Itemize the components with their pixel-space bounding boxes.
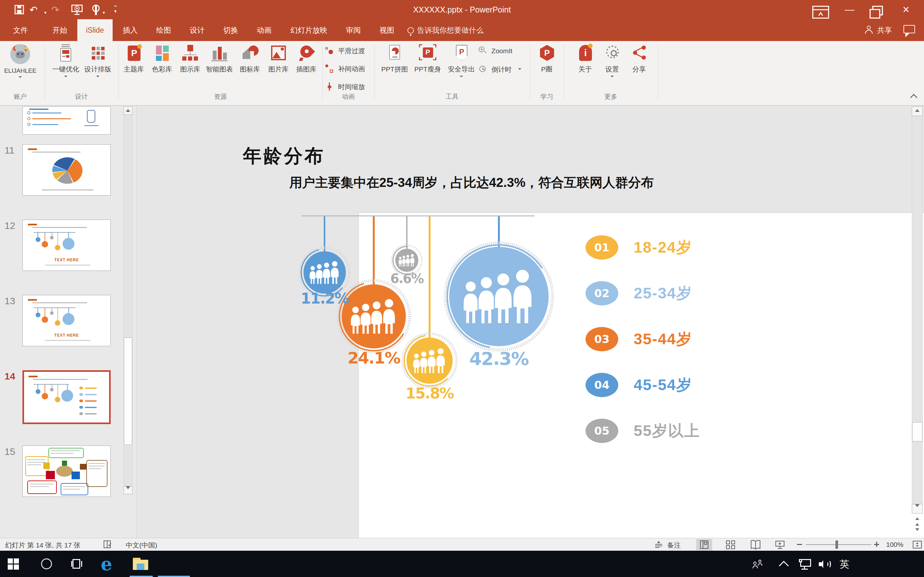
account-button[interactable]: ELIJAHLEE (4, 44, 36, 79)
zoomit-button[interactable]: + ZoomIt (479, 45, 512, 56)
slide-title[interactable]: 年龄分布 (243, 143, 325, 169)
smooth-transition-icon (325, 47, 334, 55)
share-button-ribbon[interactable]: 分享 (623, 44, 655, 74)
canvas-scrollbar[interactable] (912, 106, 923, 514)
canvas-scroll-down-icon[interactable] (912, 504, 923, 514)
canvas-scrollbar-thumb[interactable] (912, 422, 922, 442)
tab-insert[interactable]: 插入 (114, 19, 146, 41)
edge-icon[interactable]: e (101, 556, 118, 572)
pct-label-55plus: 6.6% (381, 271, 433, 286)
theme-library-button[interactable]: P 主题库 (118, 44, 150, 74)
tween-animation-button[interactable]: 补间动画 (325, 63, 365, 74)
title-bar: ↶ ▾ ↷ ▾ ▾ XXXXXX.pptx - PowerPoint — × (0, 0, 924, 19)
countdown-button[interactable]: 倒计时 (479, 64, 521, 75)
collapse-ribbon-icon[interactable] (910, 94, 918, 101)
slide-subtitle[interactable]: 用户主要集中在25-34周岁，占比达42.3%，符合互联网人群分布 (289, 174, 654, 191)
thumbnail-number: 15 (5, 446, 15, 457)
slide-thumbnail-11[interactable] (23, 144, 111, 195)
slide-thumbnail-14-selected[interactable] (23, 370, 111, 424)
tab-home[interactable]: 开始 (44, 19, 76, 41)
tab-islide[interactable]: iSlide (78, 19, 113, 41)
ppt-puzzle-button[interactable]: PPT拼图 (379, 44, 411, 74)
slide-counter[interactable]: 幻灯片 第 14 张, 共 17 张 (5, 541, 81, 550)
start-button[interactable] (8, 558, 19, 570)
comments-icon[interactable] (903, 25, 915, 33)
pct-label-35-44: 24.1% (342, 349, 406, 367)
design-layout-button[interactable]: 设计排版 (82, 44, 114, 79)
zoom-in-button[interactable] (874, 542, 879, 547)
zoom-out-button[interactable] (797, 544, 802, 545)
legend-item-3[interactable]: 03 35-44岁 (586, 326, 784, 352)
reading-view-button[interactable] (748, 539, 764, 550)
input-method-indicator[interactable]: 英 (838, 558, 851, 577)
thumbnail-scrollbar-thumb[interactable] (124, 338, 132, 445)
cortana-icon[interactable] (41, 558, 52, 569)
share-button[interactable]: 共享 (865, 19, 892, 41)
legend-item-4[interactable]: 04 45-54岁 (586, 372, 784, 398)
slide-thumbnail-10-partial[interactable] (23, 106, 111, 135)
volume-icon[interactable] (819, 559, 832, 570)
smart-chart-button[interactable]: 智能图表 (204, 44, 236, 74)
zoom-percentage[interactable]: 100% (886, 541, 903, 548)
tab-review[interactable]: 审阅 (337, 19, 369, 41)
restore-button[interactable] (866, 6, 887, 19)
group-label-resources: 资源 (118, 92, 322, 101)
slideshow-view-button[interactable] (772, 539, 788, 550)
thumbnail-scroll-down-icon[interactable] (124, 486, 132, 494)
mini-pie (48, 154, 86, 187)
one-click-optimize-button[interactable]: 一键优化 (50, 44, 82, 79)
network-icon[interactable] (799, 559, 812, 570)
normal-view-button[interactable] (696, 539, 712, 550)
diagram-library-button[interactable]: 图示库 (174, 44, 206, 74)
task-view-icon[interactable] (71, 559, 82, 569)
slide-sorter-view-button[interactable] (722, 539, 738, 550)
spellcheck-icon[interactable] (103, 540, 112, 549)
legend-item-2[interactable]: 02 25-34岁 (586, 280, 784, 306)
tab-slideshow[interactable]: 幻灯片放映 (282, 19, 336, 41)
notes-icon (654, 541, 663, 549)
tray-chevron-up-icon[interactable] (779, 561, 788, 571)
language-indicator[interactable]: 中文(中国) (126, 541, 157, 550)
illustration-library-button[interactable]: 插图库 (290, 44, 322, 74)
zoom-slider-thumb[interactable] (835, 540, 838, 549)
legend-badge-05: 05 (586, 419, 618, 443)
tab-transitions[interactable]: 切换 (215, 19, 247, 41)
color-library-icon (153, 44, 171, 61)
thumbnail-scroll-up-icon[interactable] (124, 106, 132, 115)
time-scale-button[interactable]: 时间缩放 (325, 81, 365, 92)
secure-export-button[interactable]: P 安全导出 (445, 44, 477, 79)
canvas-scroll-up-icon[interactable] (912, 106, 923, 116)
picture-library-button[interactable]: 图片库 (262, 44, 294, 74)
minimize-button[interactable]: — (839, 3, 860, 16)
previous-slide-button[interactable] (912, 516, 923, 525)
thumbnail-number: 11 (5, 145, 15, 156)
tab-animations[interactable]: 动画 (248, 19, 280, 41)
ppt-slim-button[interactable]: P PPT瘦身 (412, 44, 444, 74)
tab-file[interactable]: 文件 (5, 19, 37, 41)
icon-library-button[interactable]: 图标库 (234, 44, 266, 74)
legend-item-1[interactable]: 01 18-24岁 (586, 235, 784, 260)
notes-button[interactable]: 备注 (654, 541, 681, 550)
zoom-slider-track[interactable] (806, 544, 871, 545)
slide-thumbnail-12[interactable]: TEXT HERE (23, 219, 111, 271)
tab-design[interactable]: 设计 (181, 19, 213, 41)
tab-draw[interactable]: 绘图 (148, 19, 180, 41)
p-circle-button[interactable]: P P圈 (531, 44, 563, 74)
color-library-button[interactable]: 色彩库 (146, 44, 178, 74)
people-tray-icon[interactable] (753, 560, 764, 569)
slide-thumbnail-15[interactable] (23, 446, 111, 497)
close-button[interactable]: × (896, 3, 916, 16)
tab-view[interactable]: 视图 (371, 19, 403, 41)
legend-badge-03: 03 (586, 327, 618, 351)
window-title: XXXXXX.pptx - PowerPoint (0, 5, 924, 15)
gear-icon (604, 44, 621, 61)
bubble-25-34[interactable] (443, 241, 554, 352)
fit-slide-to-window-icon[interactable] (913, 540, 922, 550)
ribbon-display-options-icon[interactable] (811, 6, 831, 19)
tell-me-box[interactable]: 告诉我你想要做什么 (407, 19, 483, 41)
legend-item-5[interactable]: 05 55岁以上 (586, 418, 784, 444)
next-slide-button[interactable] (912, 526, 923, 535)
file-explorer-icon[interactable] (133, 558, 149, 571)
smooth-transition-button[interactable]: 平滑过渡 (325, 45, 365, 56)
slide-thumbnail-13[interactable]: TEXT HERE (23, 295, 111, 346)
